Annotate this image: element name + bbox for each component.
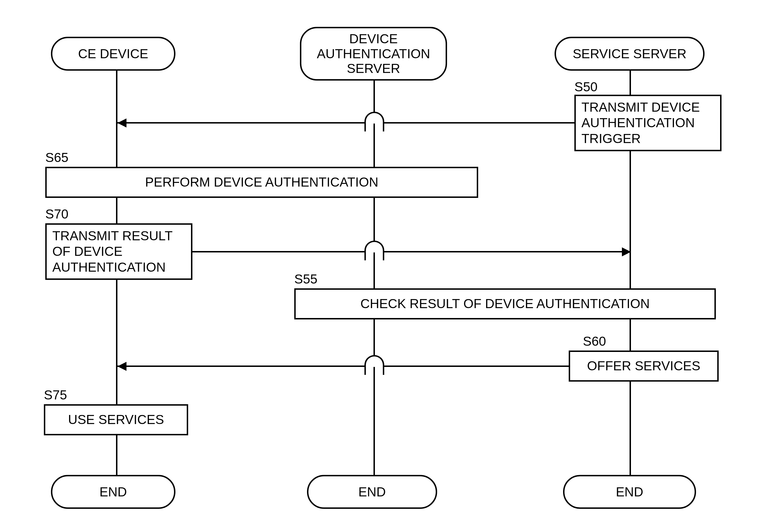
label-s70: S70 (45, 206, 68, 222)
hop-s60 (364, 356, 384, 367)
hop-s70 (364, 241, 384, 252)
end-ce: END (51, 475, 175, 509)
box-s55: CHECK RESULT OF DEVICE AUTHENTICATION (294, 288, 716, 319)
lane-service-server: SERVICE SERVER (554, 37, 705, 71)
arrowhead-s70 (622, 247, 631, 256)
lane-ce-device: CE DEVICE (51, 37, 175, 71)
flowchart-canvas: CE DEVICE DEVICE AUTHENTICATION SERVER S… (0, 0, 773, 532)
box-s50: TRANSMIT DEVICE AUTHENTICATION TRIGGER (574, 95, 722, 151)
label-s75: S75 (44, 387, 67, 403)
label-s50: S50 (574, 79, 598, 94)
arrowhead-s50 (117, 118, 126, 127)
hop-s50 (364, 112, 384, 124)
label-s65: S65 (45, 150, 68, 165)
lifeline-auth (373, 81, 375, 475)
box-s70: TRANSMIT RESULT OF DEVICE AUTHENTICATION (45, 223, 192, 280)
box-s65: PERFORM DEVICE AUTHENTICATION (45, 167, 478, 198)
box-s75: USE SERVICES (44, 404, 188, 435)
label-s55: S55 (294, 271, 318, 287)
arrow-s70-to-service (192, 251, 631, 252)
label-s60: S60 (583, 334, 606, 349)
lane-auth-server: DEVICE AUTHENTICATION SERVER (300, 27, 447, 81)
arrowhead-s60 (117, 362, 126, 371)
arrow-s50-to-ce (117, 122, 574, 124)
box-s60: OFFER SERVICES (569, 351, 719, 382)
arrow-s60-to-ce (117, 366, 569, 367)
end-service: END (563, 475, 696, 509)
end-auth: END (307, 475, 437, 509)
